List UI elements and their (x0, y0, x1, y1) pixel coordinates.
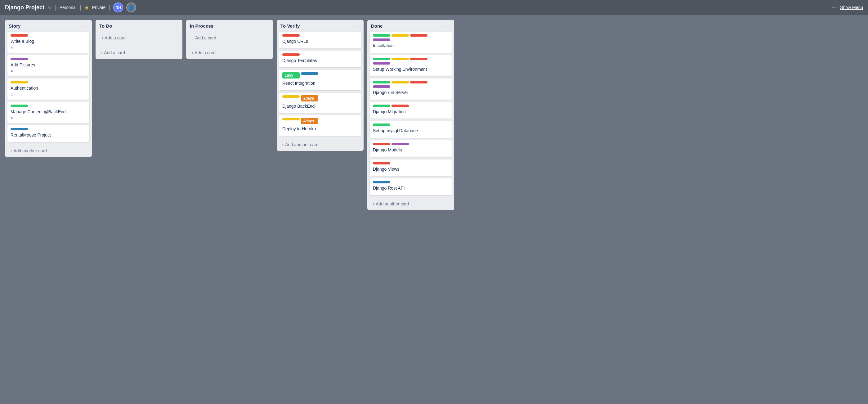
card-set-up-mysql[interactable]: Set up mysql Database (370, 121, 452, 138)
label-installation-2 (410, 34, 428, 37)
card-labels-authentication (10, 81, 86, 84)
desc-icon-authentication: ≡ (10, 93, 86, 97)
lock-icon: 🔒 (84, 5, 89, 10)
column-header-to-verify: To Verify··· (277, 20, 364, 30)
card-labels2-setup-working (373, 62, 448, 65)
header-right: ··· Show Menu (832, 4, 863, 11)
card-title-react-integration: React Integration (282, 81, 358, 87)
card-title-django-rest-api: Django Rest API (373, 185, 448, 191)
label-django-backend-0 (282, 95, 300, 98)
card-django-run-server[interactable]: Django run Server (370, 79, 452, 100)
label-installation-0 (373, 34, 390, 37)
card-labels-django-rest-api (373, 181, 448, 183)
add-card-inline-todo[interactable]: + Add a card (98, 33, 180, 43)
column-menu-to-verify[interactable]: ··· (355, 23, 360, 29)
column-menu-in-process[interactable]: ··· (265, 23, 269, 29)
star-icon[interactable]: ☆ (48, 5, 52, 10)
add-card-btn-story[interactable]: + Add another card (6, 146, 91, 156)
label-django-rest-api-0 (373, 181, 390, 183)
label-django-run-server-1 (392, 81, 409, 84)
label-deploy-heroku-0 (282, 118, 300, 120)
column-title-todo: To Do (99, 23, 112, 29)
card-django-templates[interactable]: Django Templates (279, 51, 361, 68)
label-text-deploy-heroku-1: 4days (301, 118, 318, 124)
label-manage-content-0 (10, 104, 28, 107)
card-authentication[interactable]: Authentication≡ (7, 79, 89, 100)
card-setup-working[interactable]: Setup Working Environment (370, 55, 452, 76)
card-labels-add-pictures (10, 58, 86, 60)
header: Django Project ☆ | Personal | 🔒 Private … (0, 0, 868, 15)
card-write-a-blog[interactable]: Write a Blog≡ (7, 32, 89, 53)
card-title-django-views: Django Views (373, 166, 448, 173)
label-django-templates-0 (282, 53, 300, 56)
label-write-a-blog-0 (10, 34, 28, 37)
cards-area-story: Write a Blog≡Add Pictures≡Authentication… (5, 30, 92, 145)
column-to-verify: To Verify···Django URLsDjango Templates1… (277, 20, 364, 151)
card-labels-write-a-blog (10, 34, 86, 37)
label-text-django-backend-1: 2days (301, 95, 318, 101)
column-menu-story[interactable]: ··· (84, 23, 88, 29)
card-django-views[interactable]: Django Views (370, 159, 452, 176)
label-django-migration-0 (373, 104, 390, 107)
card-django-rest-api[interactable]: Django Rest API (370, 179, 452, 195)
card-title-set-up-mysql: Set up mysql Database (373, 128, 448, 134)
label-django-run-server-2 (410, 81, 428, 84)
card-labels2-installation (373, 38, 448, 41)
user-avatar[interactable]: NH (113, 2, 123, 12)
privacy-label[interactable]: Private (92, 5, 106, 10)
column-in-process: In Process···+ Add a card+ Add a card (186, 20, 273, 59)
label-django-models-0 (373, 143, 390, 145)
card-deploy-heroku[interactable]: 4daysDeploy to Heroku (279, 116, 361, 136)
workspace-label[interactable]: Personal (60, 5, 76, 10)
card-react-integration[interactable]: 1dayReact Integration (279, 70, 361, 90)
board-title: Django Project (5, 4, 44, 11)
card-labels-rentalmoose (10, 128, 86, 130)
card-title-write-a-blog: Write a Blog (10, 38, 86, 45)
card-title-add-pictures: Add Pictures (10, 62, 86, 68)
label2-installation-0 (373, 38, 390, 41)
label-installation-1 (392, 34, 409, 37)
card-labels-set-up-mysql (373, 124, 448, 126)
card-labels-setup-working (373, 58, 448, 60)
add-card-btn-to-verify[interactable]: + Add another card (278, 139, 362, 150)
column-done: Done···InstallationSetup Working Environ… (367, 20, 454, 210)
card-title-rentalmoose: RentalMoose Project (10, 132, 86, 138)
card-title-django-backend: Django BackEnd (282, 103, 358, 110)
card-add-pictures[interactable]: Add Pictures≡ (7, 55, 89, 76)
card-title-django-models: Django Models (373, 147, 448, 153)
add-card-btn-todo[interactable]: + Add a card (97, 48, 181, 58)
column-header-done: Done··· (367, 20, 454, 30)
add-card-btn-in-process[interactable]: + Add a card (187, 48, 272, 58)
card-title-setup-working: Setup Working Environment (373, 66, 448, 72)
label-authentication-0 (10, 81, 28, 84)
column-menu-done[interactable]: ··· (446, 23, 451, 29)
card-title-authentication: Authentication (10, 85, 86, 92)
card-installation[interactable]: Installation (370, 32, 452, 53)
desc-icon-write-a-blog: ≡ (10, 46, 86, 50)
label-setup-working-1 (392, 58, 409, 60)
add-member-button[interactable]: 👤 (126, 2, 136, 12)
board: Story···Write a Blog≡Add Pictures≡Authen… (0, 15, 868, 404)
card-django-migration[interactable]: Django Migration (370, 102, 452, 119)
column-menu-todo[interactable]: ··· (174, 23, 179, 29)
card-labels-django-run-server (373, 81, 448, 84)
card-title-django-urls: Django URLs (282, 38, 358, 45)
card-django-backend[interactable]: 2daysDjango BackEnd (279, 93, 361, 113)
label-django-run-server-0 (373, 81, 390, 84)
card-django-models[interactable]: Django Models (370, 140, 452, 157)
cards-area-to-verify: Django URLsDjango Templates1dayReact Int… (277, 30, 364, 138)
add-card-inline-in-process[interactable]: + Add a card (189, 33, 271, 43)
show-menu-button[interactable]: Show Menu (840, 5, 863, 10)
more-options-icon[interactable]: ··· (832, 4, 838, 11)
card-labels2-django-run-server (373, 85, 448, 88)
card-manage-content[interactable]: Manage Content @BackEnd≡ (7, 102, 89, 123)
card-rentalmoose[interactable]: RentalMoose Project (7, 125, 89, 142)
column-title-in-process: In Process (190, 23, 213, 29)
column-title-done: Done (371, 23, 383, 29)
card-django-urls[interactable]: Django URLs (279, 32, 361, 49)
card-labels-django-models (373, 143, 448, 145)
label-add-pictures-0 (10, 58, 28, 60)
column-header-in-process: In Process··· (186, 20, 273, 30)
label-rentalmoose-0 (10, 128, 28, 130)
add-card-btn-done[interactable]: + Add another card (369, 199, 453, 209)
